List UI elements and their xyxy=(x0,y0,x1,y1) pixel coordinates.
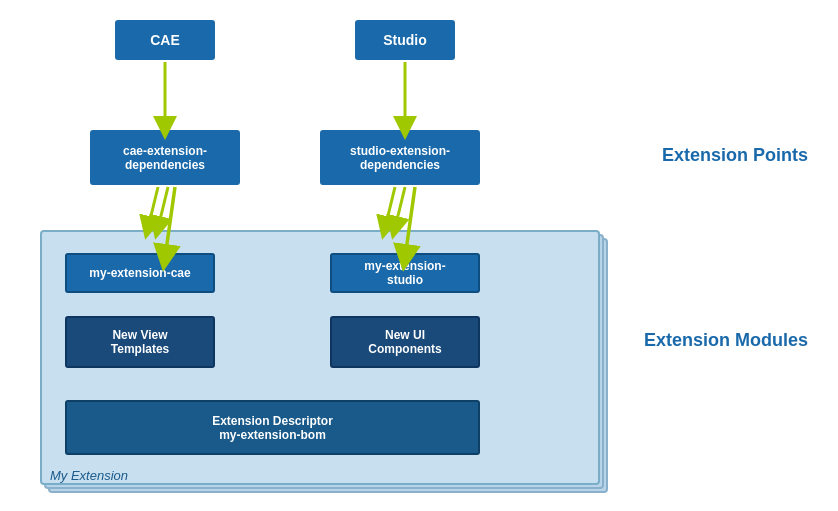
new-ui-components-label: New UIComponents xyxy=(368,328,441,356)
my-ext-cae-label: my-extension-cae xyxy=(89,266,190,280)
cae-box: CAE xyxy=(115,20,215,60)
svg-line-4 xyxy=(148,187,158,228)
svg-line-7 xyxy=(385,187,395,228)
extension-points-label: Extension Points xyxy=(662,145,808,166)
cae-ext-dep-box: cae-extension-dependencies xyxy=(90,130,240,185)
svg-line-8 xyxy=(395,187,405,228)
extension-modules-label: Extension Modules xyxy=(644,330,808,351)
my-extension-studio-box: my-extension-studio xyxy=(330,253,480,293)
my-extension-label: My Extension xyxy=(50,468,128,483)
my-extension-cae-box: my-extension-cae xyxy=(65,253,215,293)
new-view-templates-box: New ViewTemplates xyxy=(65,316,215,368)
studio-label: Studio xyxy=(383,32,427,48)
my-ext-studio-label: my-extension-studio xyxy=(364,259,445,287)
studio-ext-dep-label: studio-extension-dependencies xyxy=(350,144,450,172)
ext-descriptor-label: Extension Descriptormy-extension-bom xyxy=(212,414,333,442)
extension-descriptor-box: Extension Descriptormy-extension-bom xyxy=(65,400,480,455)
new-view-templates-label: New ViewTemplates xyxy=(111,328,169,356)
studio-box: Studio xyxy=(355,20,455,60)
cae-ext-dep-label: cae-extension-dependencies xyxy=(123,144,207,172)
new-ui-components-box: New UIComponents xyxy=(330,316,480,368)
cae-label: CAE xyxy=(150,32,180,48)
svg-line-5 xyxy=(158,187,168,228)
studio-ext-dep-box: studio-extension-dependencies xyxy=(320,130,480,185)
